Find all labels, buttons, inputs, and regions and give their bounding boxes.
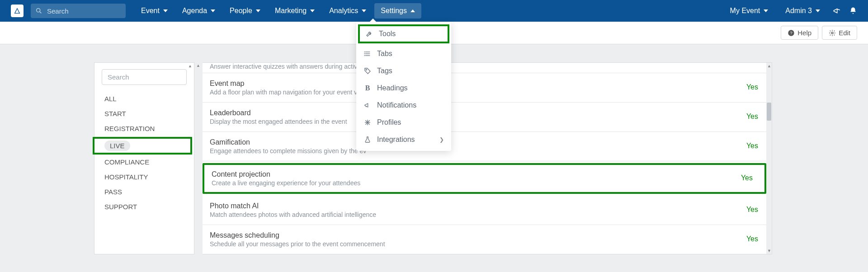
- category-label: PASS: [104, 188, 122, 196]
- category-hospitality[interactable]: HOSPITALITY: [94, 169, 194, 184]
- bell-icon[interactable]: [849, 7, 857, 15]
- user-menu[interactable]: Admin 3: [781, 4, 825, 18]
- tool-status: Yes: [746, 109, 758, 121]
- help-button[interactable]: ? Help: [781, 26, 818, 40]
- category-label: HOSPITALITY: [104, 173, 148, 181]
- dropdown-item-tabs[interactable]: Tabs: [356, 45, 451, 62]
- dropdown-label: Tabs: [377, 50, 392, 58]
- flask-icon: [363, 136, 372, 144]
- scroll-up-icon[interactable]: ▲: [196, 63, 200, 68]
- dropdown-label: Profiles: [377, 118, 401, 127]
- category-label: COMPLIANCE: [104, 158, 149, 166]
- chevron-down-icon: [310, 9, 315, 12]
- chevron-down-icon: [211, 9, 215, 12]
- dropdown-label: Tools: [379, 30, 396, 38]
- category-label: SUPPORT: [104, 203, 137, 211]
- nav-items: Event Agenda People Marketing Analytics …: [135, 3, 421, 19]
- tool-desc: Add a floor plan with map navigation for…: [210, 89, 741, 96]
- tool-title: Photo match AI: [210, 202, 741, 210]
- tool-title: Leaderboard: [210, 109, 741, 117]
- tool-status: Yes: [746, 138, 758, 150]
- dropdown-item-tools[interactable]: Tools: [358, 24, 449, 43]
- category-pass[interactable]: PASS: [94, 184, 194, 199]
- wrench-icon: [365, 30, 373, 38]
- tool-status: Yes: [746, 202, 758, 214]
- nav-event[interactable]: Event: [135, 3, 174, 19]
- chevron-down-icon: [816, 9, 820, 12]
- chevron-right-icon: ❯: [439, 136, 444, 143]
- tool-title: Gamification: [210, 138, 741, 146]
- nav-people[interactable]: People: [223, 3, 267, 19]
- dropdown-item-headings[interactable]: B Headings: [356, 80, 451, 97]
- chevron-down-icon: [362, 9, 366, 12]
- app-logo[interactable]: [11, 5, 24, 17]
- user-label: Admin 3: [785, 7, 812, 15]
- category-all[interactable]: ALL: [94, 91, 194, 106]
- category-label: LIVE: [104, 141, 130, 151]
- tool-row-cutoff: Answer interactive quizzes with answers …: [203, 63, 772, 73]
- tool-status: Yes: [746, 231, 758, 243]
- tool-row-photo-match[interactable]: Photo match AI Match attendees photos wi…: [203, 196, 772, 225]
- asterisk-icon: [363, 118, 372, 127]
- top-navbar: Event Agenda People Marketing Analytics …: [0, 0, 868, 22]
- chevron-down-icon: [256, 9, 260, 12]
- tool-row-leaderboard[interactable]: Leaderboard Display the most engaged att…: [203, 103, 772, 132]
- category-compliance[interactable]: COMPLIANCE: [94, 155, 194, 169]
- nav-right: My Event Admin 3: [726, 4, 857, 18]
- category-label: ALL: [104, 95, 117, 103]
- category-registration[interactable]: REGISTRATION: [94, 121, 194, 136]
- dropdown-item-integrations[interactable]: Integrations ❯: [356, 131, 451, 148]
- nav-marketing[interactable]: Marketing: [269, 3, 321, 19]
- dropdown-item-tags[interactable]: Tags: [356, 62, 451, 80]
- svg-text:?: ?: [790, 31, 793, 35]
- button-label: Edit: [839, 29, 850, 37]
- scroll-up-icon[interactable]: ▲: [188, 64, 192, 68]
- tool-status: Yes: [741, 170, 753, 182]
- nav-label: Settings: [381, 7, 407, 15]
- tool-row-content-projection[interactable]: Content projection Create a live engagin…: [203, 163, 766, 194]
- category-label: REGISTRATION: [104, 125, 155, 132]
- event-selector[interactable]: My Event: [726, 4, 773, 18]
- tool-row-messages-scheduling[interactable]: Messages scheduling Schedule all your me…: [203, 225, 772, 254]
- dropdown-item-notifications[interactable]: Notifications: [356, 97, 451, 114]
- dropdown-item-profiles[interactable]: Profiles: [356, 114, 451, 131]
- tool-title: Content projection: [212, 170, 736, 178]
- nav-label: Event: [141, 7, 160, 15]
- scroll-down-icon[interactable]: ▼: [767, 249, 771, 253]
- tool-desc: Display the most engaged attendees in th…: [210, 118, 741, 125]
- event-label: My Event: [730, 7, 760, 15]
- button-label: Help: [797, 29, 811, 37]
- chevron-down-icon: [163, 9, 168, 12]
- global-search-input[interactable]: [31, 4, 126, 18]
- settings-dropdown: Tools Tabs Tags B Headings Notifications…: [356, 22, 451, 151]
- nav-analytics[interactable]: Analytics: [323, 3, 373, 19]
- question-circle-icon: ?: [788, 29, 795, 37]
- nav-agenda[interactable]: Agenda: [176, 3, 222, 19]
- tool-desc: Engage attendees to complete missions gi…: [210, 147, 741, 155]
- scroll-thumb[interactable]: [767, 103, 771, 121]
- svg-line-1: [40, 12, 41, 13]
- category-live[interactable]: LIVE: [93, 137, 192, 155]
- scroll-up-icon[interactable]: ▲: [767, 64, 771, 68]
- svg-point-7: [364, 56, 365, 56]
- megaphone-icon[interactable]: [833, 7, 841, 15]
- category-sidebar: ▲ ALL START REGISTRATION LIVE COMPLIANCE…: [94, 62, 194, 254]
- tool-row-gamification[interactable]: Gamification Engage attendees to complet…: [203, 132, 772, 161]
- tools-panel: Answer interactive quizzes with answers …: [203, 62, 772, 254]
- nav-label: People: [230, 7, 252, 15]
- category-start[interactable]: START: [94, 106, 194, 121]
- category-search-input[interactable]: [102, 69, 187, 85]
- megaphone-icon: [363, 101, 372, 109]
- nav-label: Analytics: [329, 7, 358, 15]
- tool-title: Messages scheduling: [210, 231, 741, 239]
- tool-row-event-map[interactable]: Event map Add a floor plan with map navi…: [203, 73, 772, 103]
- category-support[interactable]: SUPPORT: [94, 199, 194, 214]
- tools-scrollbar[interactable]: ▲ ▼: [766, 63, 772, 254]
- bold-icon: B: [363, 84, 372, 92]
- nav-settings[interactable]: Settings: [374, 3, 421, 19]
- svg-point-6: [364, 54, 365, 54]
- svg-point-8: [366, 69, 367, 70]
- search-icon: [35, 7, 42, 14]
- edit-button[interactable]: Edit: [822, 26, 857, 40]
- category-list: ALL START REGISTRATION LIVE COMPLIANCE H…: [94, 91, 194, 214]
